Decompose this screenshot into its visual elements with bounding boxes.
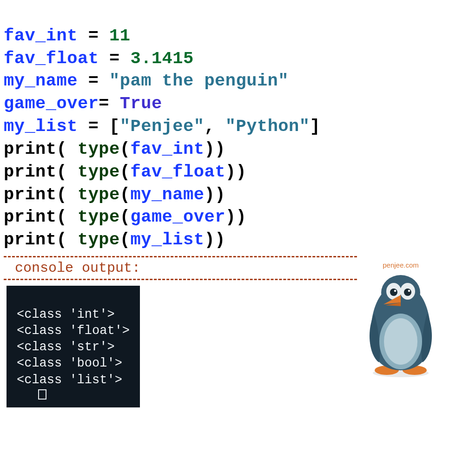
penjee-site-label: penjee.com bbox=[354, 261, 447, 269]
console-line: <class 'str'> bbox=[17, 340, 115, 354]
code-paren: ( bbox=[57, 139, 78, 159]
code-var: my_list bbox=[131, 230, 205, 249]
code-bracket: [ bbox=[109, 117, 120, 136]
console-line: <class 'list'> bbox=[17, 373, 122, 387]
svg-point-8 bbox=[390, 289, 397, 296]
console-line: <class 'bool'> bbox=[17, 356, 122, 370]
code-func: print bbox=[4, 139, 57, 159]
code-op: = bbox=[99, 49, 130, 68]
penguin-icon bbox=[361, 272, 440, 379]
console-output-box: <class 'int'> <class 'float'> <class 'st… bbox=[7, 286, 140, 407]
code-paren: ( bbox=[120, 139, 131, 159]
divider-line bbox=[4, 256, 357, 257]
code-string: "Penjee" bbox=[120, 117, 205, 136]
code-paren: ( bbox=[120, 207, 131, 227]
code-func: type bbox=[78, 230, 120, 249]
code-paren: ( bbox=[120, 230, 131, 249]
code-var: my_list bbox=[4, 117, 78, 136]
code-paren: ( bbox=[120, 185, 131, 204]
code-var: fav_float bbox=[131, 162, 225, 182]
code-func: print bbox=[4, 162, 57, 182]
code-paren: ( bbox=[57, 162, 78, 182]
code-bracket: ] bbox=[310, 117, 320, 136]
code-var: fav_float bbox=[4, 49, 99, 68]
console-line: <class 'int'> bbox=[17, 308, 115, 321]
code-op: = bbox=[78, 71, 109, 91]
code-paren: ( bbox=[120, 162, 131, 182]
code-paren: )) bbox=[204, 185, 225, 204]
svg-point-10 bbox=[394, 290, 397, 292]
svg-point-4 bbox=[384, 318, 417, 365]
code-paren: )) bbox=[204, 230, 225, 249]
code-string: "Python" bbox=[225, 117, 310, 136]
code-func: print bbox=[4, 185, 57, 204]
code-var: my_name bbox=[4, 71, 78, 91]
code-func: type bbox=[78, 162, 120, 182]
code-op: = bbox=[78, 26, 109, 46]
penjee-mascot: penjee.com bbox=[354, 261, 447, 381]
console-line: <class 'float'> bbox=[17, 324, 130, 338]
code-string: "pam the penguin" bbox=[109, 71, 289, 91]
code-paren: )) bbox=[225, 162, 246, 182]
code-var: fav_int bbox=[131, 139, 205, 159]
svg-point-11 bbox=[408, 290, 410, 292]
code-func: print bbox=[4, 230, 57, 249]
code-op: = bbox=[99, 94, 119, 113]
code-paren: ( bbox=[57, 207, 78, 227]
code-number: 11 bbox=[109, 26, 130, 46]
code-comma: , bbox=[204, 117, 225, 136]
code-paren: )) bbox=[204, 139, 225, 159]
code-func: type bbox=[78, 207, 120, 227]
divider-line bbox=[4, 279, 357, 280]
code-number: 3.1415 bbox=[130, 49, 193, 68]
code-bool: True bbox=[120, 94, 162, 113]
code-var: fav_int bbox=[4, 26, 78, 46]
code-func: print bbox=[4, 207, 57, 227]
code-func: type bbox=[78, 139, 120, 159]
code-paren: )) bbox=[225, 207, 246, 227]
code-var: my_name bbox=[131, 185, 205, 204]
code-var: game_over bbox=[4, 94, 99, 113]
code-op: = bbox=[78, 117, 109, 136]
cursor-icon bbox=[38, 389, 46, 400]
code-func: type bbox=[78, 185, 120, 204]
python-code-block: fav_int = 11 fav_float = 3.1415 my_name … bbox=[4, 2, 472, 251]
code-paren: ( bbox=[57, 230, 78, 249]
code-var: game_over bbox=[131, 207, 225, 227]
svg-point-9 bbox=[404, 289, 411, 296]
code-paren: ( bbox=[57, 185, 78, 204]
